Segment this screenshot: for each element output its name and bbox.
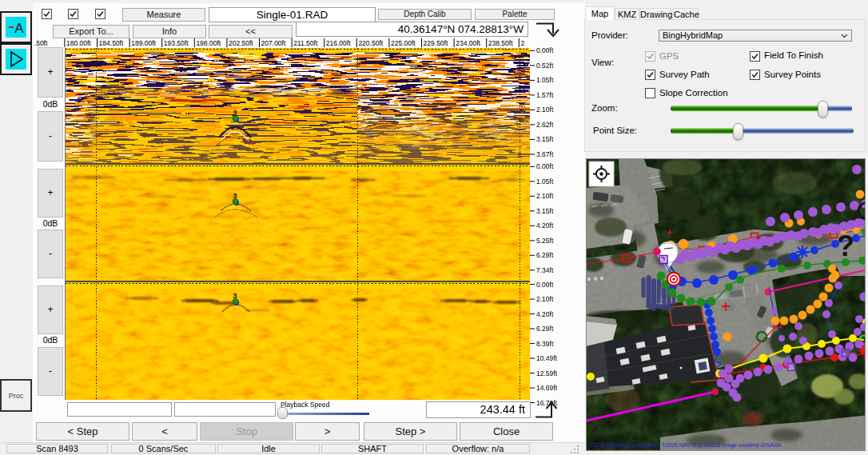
svg-text:4.20ft: 4.20ft	[536, 222, 554, 229]
svg-text:2.62ft: 2.62ft	[536, 121, 554, 129]
svg-text:202.50ft: 202.50ft	[229, 39, 253, 47]
svg-text:234.00ft: 234.00ft	[456, 39, 480, 47]
svg-text:?: ?	[837, 229, 854, 262]
svg-text:220.50ft: 220.50ft	[358, 39, 383, 47]
svg-text:3: 3	[233, 109, 237, 117]
svg-text:216.00ft: 216.00ft	[326, 39, 351, 47]
svg-text:3.67ft: 3.67ft	[536, 150, 554, 158]
svg-text:0.52ft: 0.52ft	[536, 62, 554, 70]
svg-text:3.15ft: 3.15ft	[536, 207, 554, 215]
svg-text:0.00ft: 0.00ft	[536, 46, 554, 54]
svg-text:189.00ft: 189.00ft	[131, 39, 156, 47]
svg-text:193.50ft: 193.50ft	[164, 39, 189, 47]
svg-text:2.10ft: 2.10ft	[536, 192, 554, 200]
svg-text:3.15ft: 3.15ft	[536, 135, 554, 143]
svg-text:3: 3	[233, 292, 237, 300]
svg-text:2.10ft: 2.10ft	[536, 295, 554, 303]
svg-text:207.00ft: 207.00ft	[261, 39, 286, 47]
svg-text:0.00ft: 0.00ft	[536, 162, 554, 170]
svg-text:A: A	[14, 21, 24, 36]
svg-text:4.20ft: 4.20ft	[536, 310, 554, 318]
svg-text:1.57ft: 1.57ft	[536, 91, 554, 99]
svg-text:1.05ft: 1.05ft	[536, 76, 554, 84]
svg-text:14.69ft: 14.69ft	[536, 384, 558, 392]
svg-text:5.25ft: 5.25ft	[536, 237, 554, 245]
svg-text:198.00ft: 198.00ft	[196, 39, 221, 47]
svg-text:6.29ft: 6.29ft	[536, 325, 554, 333]
svg-text:6.29ft: 6.29ft	[536, 251, 554, 259]
svg-text:184.50ft: 184.50ft	[99, 39, 124, 47]
svg-text:12.59ft: 12.59ft	[536, 369, 558, 377]
svg-text:238.50ft: 238.50ft	[488, 39, 513, 47]
svg-text:8.39ft: 8.39ft	[536, 340, 554, 348]
svg-text:229.50ft: 229.50ft	[424, 39, 448, 47]
svg-text:3: 3	[233, 192, 237, 200]
svg-text:2.10ft: 2.10ft	[536, 106, 554, 114]
svg-text:225.00ft: 225.00ft	[391, 39, 416, 47]
svg-text:1.05ft: 1.05ft	[536, 178, 554, 186]
svg-text:180.00ft: 180.00ft	[66, 39, 91, 47]
svg-text:2: 2	[520, 39, 524, 47]
svg-text:7.34ft: 7.34ft	[536, 266, 554, 274]
svg-text:.50ft: .50ft	[34, 39, 48, 47]
svg-text:©2025 Microsoft Corporation, ©: ©2025 Microsoft Corporation, ©2025 NAVTE…	[589, 442, 782, 449]
svg-text:211.50ft: 211.50ft	[293, 39, 318, 47]
svg-text:10.49ft: 10.49ft	[536, 354, 558, 362]
svg-text:0.00ft: 0.00ft	[536, 281, 554, 289]
